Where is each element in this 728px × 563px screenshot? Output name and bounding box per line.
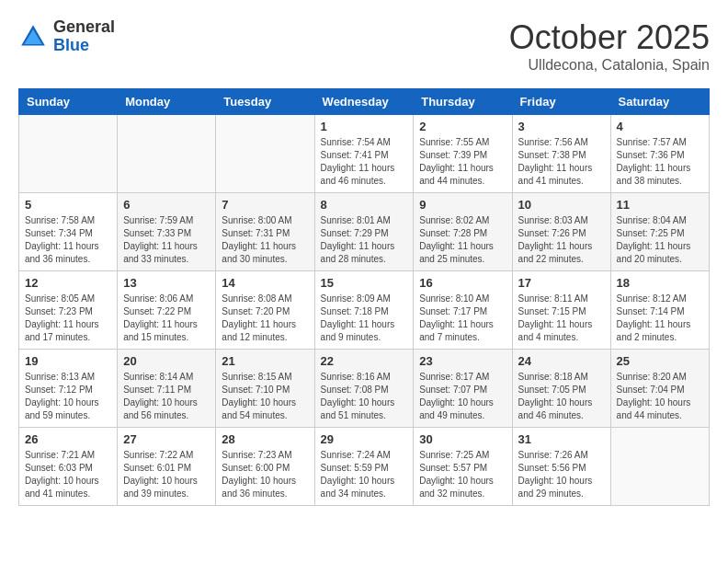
logo-text: General Blue [53, 18, 115, 55]
day-info: Sunrise: 7:22 AM Sunset: 6:01 PM Dayligh… [123, 449, 210, 500]
day-info: Sunrise: 7:57 AM Sunset: 7:36 PM Dayligh… [617, 136, 703, 188]
calendar-cell: 4Sunrise: 7:57 AM Sunset: 7:36 PM Daylig… [610, 115, 709, 193]
day-info: Sunrise: 7:24 AM Sunset: 5:59 PM Dayligh… [321, 449, 408, 500]
day-number: 20 [123, 354, 210, 368]
day-info: Sunrise: 8:12 AM Sunset: 7:14 PM Dayligh… [617, 293, 703, 344]
calendar-cell: 19Sunrise: 8:13 AM Sunset: 7:12 PM Dayli… [19, 350, 118, 428]
day-number: 24 [518, 354, 605, 368]
day-info: Sunrise: 8:06 AM Sunset: 7:22 PM Dayligh… [123, 293, 210, 344]
calendar-week-row: 19Sunrise: 8:13 AM Sunset: 7:12 PM Dayli… [19, 350, 710, 428]
day-number: 4 [617, 120, 703, 133]
calendar-week-row: 1Sunrise: 7:54 AM Sunset: 7:41 PM Daylig… [19, 115, 710, 193]
calendar-cell: 25Sunrise: 8:20 AM Sunset: 7:04 PM Dayli… [610, 350, 709, 428]
calendar-cell: 5Sunrise: 7:58 AM Sunset: 7:34 PM Daylig… [19, 193, 118, 271]
calendar-cell: 11Sunrise: 8:04 AM Sunset: 7:25 PM Dayli… [610, 193, 709, 271]
day-number: 28 [222, 432, 308, 446]
weekday-header-cell: Tuesday [216, 89, 314, 115]
day-number: 31 [518, 432, 605, 446]
calendar-week-row: 26Sunrise: 7:21 AM Sunset: 6:03 PM Dayli… [19, 428, 710, 506]
day-info: Sunrise: 8:08 AM Sunset: 7:20 PM Dayligh… [222, 293, 308, 344]
day-info: Sunrise: 7:59 AM Sunset: 7:33 PM Dayligh… [123, 214, 210, 266]
calendar-cell: 1Sunrise: 7:54 AM Sunset: 7:41 PM Daylig… [314, 115, 414, 193]
day-number: 7 [222, 198, 308, 212]
weekday-header-cell: Thursday [414, 89, 512, 115]
weekday-header-cell: Wednesday [314, 89, 414, 115]
day-info: Sunrise: 8:05 AM Sunset: 7:23 PM Dayligh… [25, 293, 111, 344]
calendar-cell: 13Sunrise: 8:06 AM Sunset: 7:22 PM Dayli… [118, 271, 216, 350]
day-number: 8 [321, 198, 408, 212]
day-number: 6 [123, 198, 210, 212]
day-number: 15 [321, 276, 408, 290]
calendar-week-row: 12Sunrise: 8:05 AM Sunset: 7:23 PM Dayli… [19, 271, 710, 350]
calendar-cell: 26Sunrise: 7:21 AM Sunset: 6:03 PM Dayli… [19, 428, 118, 506]
calendar-cell: 28Sunrise: 7:23 AM Sunset: 6:00 PM Dayli… [216, 428, 314, 506]
calendar-cell: 3Sunrise: 7:56 AM Sunset: 7:38 PM Daylig… [512, 115, 610, 193]
day-number: 29 [321, 432, 408, 446]
day-info: Sunrise: 8:13 AM Sunset: 7:12 PM Dayligh… [25, 371, 111, 422]
calendar-cell: 6Sunrise: 7:59 AM Sunset: 7:33 PM Daylig… [118, 193, 216, 271]
calendar-cell: 15Sunrise: 8:09 AM Sunset: 7:18 PM Dayli… [314, 271, 414, 350]
calendar-cell: 9Sunrise: 8:02 AM Sunset: 7:28 PM Daylig… [414, 193, 512, 271]
day-info: Sunrise: 8:16 AM Sunset: 7:08 PM Dayligh… [321, 371, 408, 422]
day-number: 30 [419, 432, 506, 446]
calendar-table: SundayMondayTuesdayWednesdayThursdayFrid… [18, 88, 710, 506]
calendar-cell [216, 115, 314, 193]
calendar-cell: 22Sunrise: 8:16 AM Sunset: 7:08 PM Dayli… [314, 350, 414, 428]
day-info: Sunrise: 7:23 AM Sunset: 6:00 PM Dayligh… [222, 449, 308, 500]
calendar-cell [118, 115, 216, 193]
day-number: 3 [518, 120, 605, 133]
day-number: 25 [617, 354, 703, 368]
day-info: Sunrise: 8:14 AM Sunset: 7:11 PM Dayligh… [123, 371, 210, 422]
calendar-cell: 10Sunrise: 8:03 AM Sunset: 7:26 PM Dayli… [512, 193, 610, 271]
day-number: 9 [419, 198, 506, 212]
location-title: Ulldecona, Catalonia, Spain [509, 57, 710, 74]
calendar-cell: 17Sunrise: 8:11 AM Sunset: 7:15 PM Dayli… [512, 271, 610, 350]
calendar-cell: 21Sunrise: 8:15 AM Sunset: 7:10 PM Dayli… [216, 350, 314, 428]
calendar-body: 1Sunrise: 7:54 AM Sunset: 7:41 PM Daylig… [19, 115, 710, 506]
day-number: 26 [25, 432, 111, 446]
day-number: 16 [419, 276, 506, 290]
day-info: Sunrise: 8:18 AM Sunset: 7:05 PM Dayligh… [518, 371, 605, 422]
day-number: 21 [222, 354, 308, 368]
calendar-week-row: 5Sunrise: 7:58 AM Sunset: 7:34 PM Daylig… [19, 193, 710, 271]
day-info: Sunrise: 7:56 AM Sunset: 7:38 PM Dayligh… [518, 136, 605, 188]
calendar-cell: 27Sunrise: 7:22 AM Sunset: 6:01 PM Dayli… [118, 428, 216, 506]
calendar-cell: 16Sunrise: 8:10 AM Sunset: 7:17 PM Dayli… [414, 271, 512, 350]
weekday-header-cell: Sunday [19, 89, 118, 115]
day-info: Sunrise: 7:55 AM Sunset: 7:39 PM Dayligh… [419, 136, 506, 188]
day-number: 1 [321, 120, 408, 133]
day-info: Sunrise: 7:25 AM Sunset: 5:57 PM Dayligh… [419, 449, 506, 500]
title-block: October 2025 Ulldecona, Catalonia, Spain [509, 18, 710, 74]
weekday-header-cell: Friday [512, 89, 610, 115]
weekday-header-row: SundayMondayTuesdayWednesdayThursdayFrid… [19, 89, 710, 115]
day-info: Sunrise: 8:15 AM Sunset: 7:10 PM Dayligh… [222, 371, 308, 422]
day-info: Sunrise: 8:17 AM Sunset: 7:07 PM Dayligh… [419, 371, 506, 422]
day-info: Sunrise: 8:04 AM Sunset: 7:25 PM Dayligh… [617, 214, 703, 266]
calendar-cell: 2Sunrise: 7:55 AM Sunset: 7:39 PM Daylig… [414, 115, 512, 193]
day-info: Sunrise: 8:03 AM Sunset: 7:26 PM Dayligh… [518, 214, 605, 266]
day-info: Sunrise: 8:09 AM Sunset: 7:18 PM Dayligh… [321, 293, 408, 344]
day-info: Sunrise: 8:01 AM Sunset: 7:29 PM Dayligh… [321, 214, 408, 266]
day-number: 18 [617, 276, 703, 290]
day-info: Sunrise: 8:10 AM Sunset: 7:17 PM Dayligh… [419, 293, 506, 344]
weekday-header-cell: Saturday [610, 89, 709, 115]
weekday-header-cell: Monday [118, 89, 216, 115]
calendar-cell [610, 428, 709, 506]
day-info: Sunrise: 7:54 AM Sunset: 7:41 PM Dayligh… [321, 136, 408, 188]
calendar-cell: 30Sunrise: 7:25 AM Sunset: 5:57 PM Dayli… [414, 428, 512, 506]
calendar-cell: 18Sunrise: 8:12 AM Sunset: 7:14 PM Dayli… [610, 271, 709, 350]
day-info: Sunrise: 7:26 AM Sunset: 5:56 PM Dayligh… [518, 449, 605, 500]
day-number: 23 [419, 354, 506, 368]
day-info: Sunrise: 8:00 AM Sunset: 7:31 PM Dayligh… [222, 214, 308, 266]
calendar-cell: 7Sunrise: 8:00 AM Sunset: 7:31 PM Daylig… [216, 193, 314, 271]
day-number: 27 [123, 432, 210, 446]
day-info: Sunrise: 7:58 AM Sunset: 7:34 PM Dayligh… [25, 214, 111, 266]
day-number: 19 [25, 354, 111, 368]
day-info: Sunrise: 8:02 AM Sunset: 7:28 PM Dayligh… [419, 214, 506, 266]
logo: General Blue [18, 18, 115, 55]
page-header: General Blue October 2025 Ulldecona, Cat… [18, 18, 710, 74]
calendar-cell: 8Sunrise: 8:01 AM Sunset: 7:29 PM Daylig… [314, 193, 414, 271]
calendar-cell: 14Sunrise: 8:08 AM Sunset: 7:20 PM Dayli… [216, 271, 314, 350]
day-number: 17 [518, 276, 605, 290]
logo-icon [18, 22, 48, 52]
